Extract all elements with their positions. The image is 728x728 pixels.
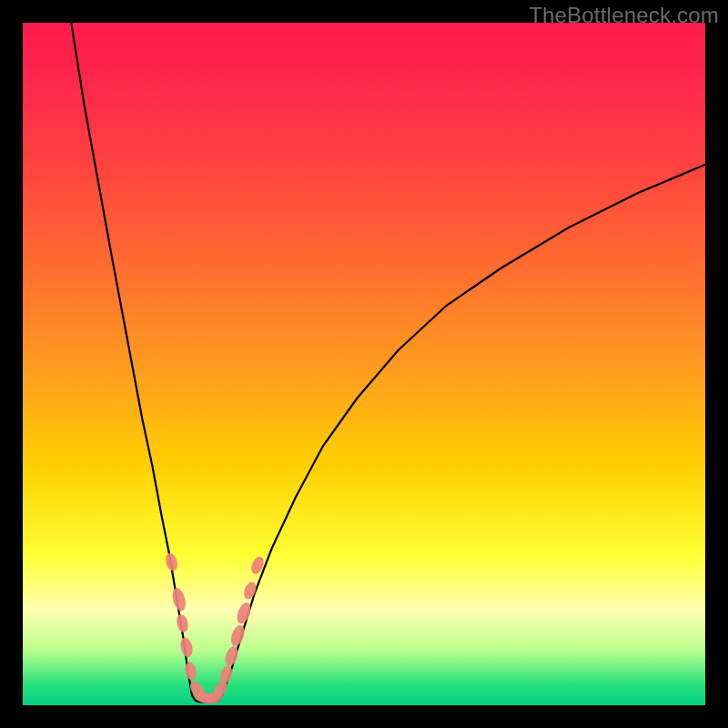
marker-cluster-right <box>204 555 267 706</box>
marker-dot <box>184 662 198 682</box>
watermark-text: TheBottleneck.com <box>529 3 719 28</box>
marker-dot <box>164 551 179 572</box>
chart-plot-area <box>23 23 705 705</box>
bottleneck-curve <box>71 18 711 703</box>
marker-dot <box>175 613 189 633</box>
chart-svg <box>23 23 705 705</box>
marker-dot <box>170 587 187 612</box>
marker-dot <box>178 636 194 658</box>
